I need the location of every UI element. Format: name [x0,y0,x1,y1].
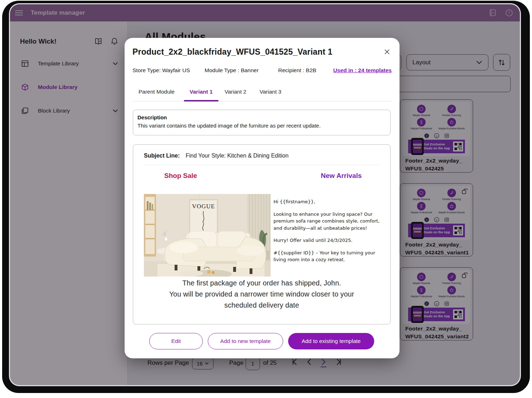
modal-button-row: Edit Add to new template Add to existing… [125,333,400,349]
app-window: Template manager A ? Hello Wick! [10,4,520,385]
subject-line-label: Subject Line: [144,153,180,159]
variant-detail-modal: Product_2x2_blackfriday_WFUS_041525_Vari… [125,38,400,358]
sofa-hero-image: VOGUE [144,194,271,277]
description-heading: Description [137,114,386,120]
active-tab-underline [184,100,219,101]
shop-sale-link[interactable]: Shop Sale [164,172,197,180]
edit-button[interactable]: Edit [149,333,203,349]
shipped-message: The first package of your order has ship… [144,278,380,310]
add-to-existing-template-button[interactable]: Add to existing template [288,333,374,349]
recipient-value: Recipient : B2B [278,67,316,74]
tab-variant-3[interactable]: Variant 3 [260,89,281,95]
email-paragraph: Looking to enhance your living space? Ou… [273,211,381,232]
poster-text: VOGUE [192,203,215,210]
screenshot-stage: Template manager A ? Hello Wick! [0,0,532,398]
description-box: Description This variant contains the up… [133,110,391,135]
store-type-value: Store Type: Wayfair US [132,67,190,74]
close-icon[interactable] [384,49,390,55]
used-in-link[interactable]: Used in : 24 templates [333,67,392,74]
email-preview-box: Subject Line: Find Your Style: Kitchen &… [133,144,391,324]
modal-title: Product_2x2_blackfriday_WFUS_041525_Vari… [132,47,332,57]
email-paragraph: Hurry! Offer valid until 24/3/2025. [273,237,381,244]
module-type-value: Module Type : Banner [205,67,259,74]
tab-variant-1[interactable]: Variant 1 [190,89,213,95]
add-to-new-template-button[interactable]: Add to new template [208,333,283,349]
subject-line-row: Subject Line: Find Your Style: Kitchen &… [144,153,380,165]
email-body-text: Hi {{firstname}}, Looking to enhance you… [273,198,381,269]
tab-parent-module[interactable]: Parent Module [139,89,175,95]
description-text: This variant contains the updated image … [137,123,386,129]
new-arrivals-link[interactable]: New Arrivals [321,172,362,180]
email-paragraph: Hi {{firstname}}, [273,198,381,205]
tab-variant-2[interactable]: Variant 2 [225,89,246,95]
modal-tabs: Parent Module Variant 1 Variant 2 Varian… [132,88,392,101]
subject-line-value: Find Your Style: Kitchen & Dining Editio… [186,153,288,159]
email-paragraph: #{{supplier ID}} – Your key to turning y… [273,249,381,263]
